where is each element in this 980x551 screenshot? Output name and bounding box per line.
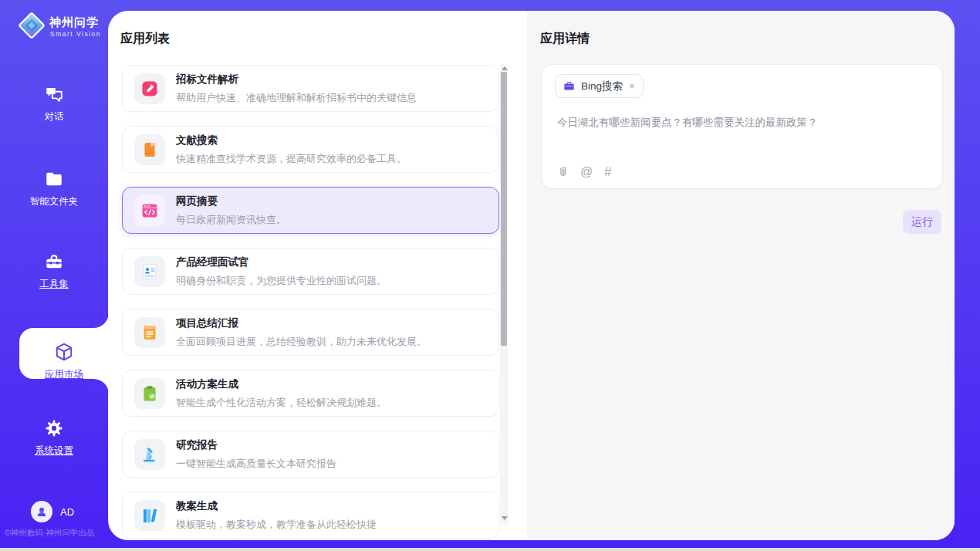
sidebar-item-label: 应用市场 — [45, 369, 83, 380]
microscope-icon — [134, 439, 165, 470]
mention-icon[interactable]: @ — [580, 165, 593, 179]
pen-square-icon — [134, 73, 165, 104]
app-card-title: 教案生成 — [176, 499, 377, 513]
app-window: 神州问学 Smart Vision 对话 智能文件夹 工具集 — [0, 0, 980, 551]
sidebar-item-app-market[interactable]: 应用市场 — [19, 328, 109, 379]
paperclip-icon[interactable] — [556, 165, 569, 179]
window-bottom-edge — [0, 548, 980, 551]
sidebar-item-settings[interactable]: 系统设置 — [0, 418, 108, 458]
gear-icon — [44, 418, 64, 438]
app-card-description: 一键智能生成高质量长文本研究报告 — [176, 457, 336, 471]
sidebar-item-label: 对话 — [45, 111, 64, 122]
sidebar-item-chat[interactable]: 对话 — [0, 84, 108, 123]
brand-logo-icon — [17, 11, 46, 40]
active-tab-curve-bottom — [93, 379, 109, 394]
person-icon — [35, 505, 49, 519]
app-card-description: 智能生成个性化活动方案，轻松解决规划难题。 — [176, 396, 387, 410]
chat-icon — [44, 84, 64, 104]
run-button[interactable]: 运行 — [903, 210, 941, 234]
sidebar-item-label: 工具集 — [39, 279, 69, 289]
user-name: AD — [60, 506, 74, 518]
brand-subtitle: Smart Vision — [50, 30, 101, 38]
sidebar-item-label: 智能文件夹 — [30, 196, 79, 207]
sidebar-item-smart-folder[interactable]: 智能文件夹 — [0, 169, 108, 208]
main-content: 应用列表 应用详情 招标文件解析 帮助用户快速、准确地理解和解析招标书中的关键信… — [108, 11, 955, 540]
clipboard-check-icon — [134, 378, 165, 409]
app-card-literature-search[interactable]: 文献搜索 快速精准查找学术资源，提高研究效率的必备工具。 — [122, 126, 499, 173]
copyright-text: ©神州数码·神州问学出品 — [5, 528, 108, 539]
notepad-icon — [134, 317, 165, 348]
app-card-description: 全面回顾项目进展，总结经验教训，助力未来优化发展。 — [176, 335, 427, 349]
book-icon — [134, 134, 165, 165]
app-card-bid-parsing[interactable]: 招标文件解析 帮助用户快速、准确地理解和解析招标书中的关键信息 — [122, 65, 499, 112]
app-card-project-summary[interactable]: 项目总结汇报 全面回顾项目进展，总结经验教训，助力未来优化发展。 — [122, 309, 499, 356]
folder-icon — [44, 169, 64, 189]
browser-code-icon — [134, 195, 165, 226]
app-card-title: 文献搜索 — [176, 134, 407, 147]
app-card-lesson-plan[interactable]: 教案生成 模板驱动，教案秒成，教学准备从此轻松快捷 — [122, 492, 499, 539]
scrollbar-down-arrow-icon[interactable] — [502, 516, 508, 520]
books-icon — [134, 500, 165, 531]
sidebar-item-label: 系统设置 — [35, 445, 73, 456]
cube-icon — [54, 342, 74, 362]
app-card-title: 网页摘要 — [176, 194, 286, 208]
resume-icon — [134, 256, 165, 287]
active-tab-curve-top — [93, 313, 109, 328]
app-card-research-report[interactable]: 研究报告 一键智能生成高质量长文本研究报告 — [122, 431, 499, 478]
tool-chip-label: Bing搜索 — [581, 79, 623, 93]
app-card-web-summary[interactable]: 网页摘要 每日政府新闻资讯快查。 — [122, 187, 499, 234]
prompt-text[interactable]: 今日湖北有哪些新闻要点？有哪些需要关注的最新政策？ — [557, 116, 928, 130]
app-card-description: 明确身份和职责，为您提供专业性的面试问题。 — [176, 274, 387, 288]
app-card-description: 模板驱动，教案秒成，教学准备从此轻松快捷 — [176, 518, 377, 532]
app-card-title: 招标文件解析 — [176, 73, 417, 86]
app-card-title: 活动方案生成 — [176, 377, 387, 391]
briefcase-icon — [563, 80, 575, 92]
toolbox-icon — [44, 252, 64, 272]
app-card-description: 每日政府新闻资讯快查。 — [176, 213, 286, 227]
brand-title: 神州问学 — [49, 15, 99, 30]
prompt-card: Bing搜索 × 今日湖北有哪些新闻要点？有哪些需要关注的最新政策？ @ # — [542, 64, 943, 189]
app-card-pm-interviewer[interactable]: 产品经理面试官 明确身份和职责，为您提供专业性的面试问题。 — [122, 248, 499, 295]
app-list-scrollbar-thumb[interactable] — [501, 72, 507, 346]
app-list-title: 应用列表 — [120, 31, 170, 47]
scrollbar-up-arrow-icon[interactable] — [502, 66, 508, 70]
chip-close-icon[interactable]: × — [629, 80, 635, 92]
user-avatar[interactable] — [31, 501, 52, 522]
tool-chip-bing-search[interactable]: Bing搜索 × — [555, 74, 644, 98]
app-card-description: 帮助用户快速、准确地理解和解析招标书中的关键信息 — [176, 91, 417, 105]
app-card-event-plan[interactable]: 活动方案生成 智能生成个性化活动方案，轻松解决规划难题。 — [122, 370, 499, 417]
app-card-title: 项目总结汇报 — [176, 316, 427, 330]
app-card-title: 产品经理面试官 — [176, 255, 387, 269]
hash-icon[interactable]: # — [604, 165, 611, 179]
app-card-description: 快速精准查找学术资源，提高研究效率的必备工具。 — [176, 152, 407, 166]
app-detail-title: 应用详情 — [540, 31, 590, 47]
app-card-title: 研究报告 — [176, 438, 336, 452]
sidebar-item-toolset[interactable]: 工具集 — [0, 252, 108, 291]
